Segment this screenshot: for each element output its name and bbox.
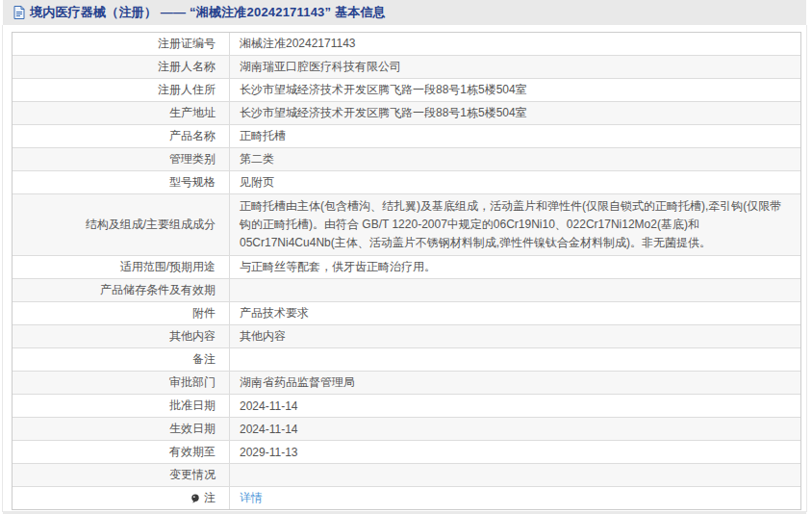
row-value: 正畸托槽由主体(包含槽沟、结扎翼)及基底组成，活动盖片和弹性件(仅限自锁式的正畸… bbox=[230, 194, 800, 255]
row-value: 第二类 bbox=[230, 148, 800, 170]
row-value: 产品技术要求 bbox=[230, 302, 800, 324]
row-label: 生效日期 bbox=[13, 418, 230, 440]
row-value: 湖南省药品监督管理局 bbox=[230, 372, 800, 394]
row-value: 长沙市望城经济技术开发区腾飞路一段88号1栋5楼504室 bbox=[230, 79, 800, 101]
row-label: 备注 bbox=[13, 348, 230, 371]
page-header: 境内医疗器械（注册） —— “湘械注准20242171143” 基本信息 bbox=[3, 0, 806, 25]
row-value: 2024-11-14 bbox=[230, 395, 800, 417]
table-row: 注册证编号 湘械注准20242171143 bbox=[13, 33, 800, 56]
row-value: 见附页 bbox=[230, 171, 800, 193]
row-value bbox=[230, 348, 800, 371]
row-value: 长沙市望城经济技术开发区腾飞路一段88号1栋5楼504室 bbox=[230, 102, 800, 124]
row-label: 注册证编号 bbox=[13, 33, 230, 55]
page-title: 境内医疗器械（注册） —— “湘械注准20242171143” 基本信息 bbox=[30, 4, 386, 21]
row-value: 其他内容 bbox=[230, 325, 800, 347]
row-label: 型号规格 bbox=[13, 171, 230, 193]
row-label: 产品名称 bbox=[13, 125, 230, 147]
row-value: 详情 bbox=[230, 487, 800, 509]
row-value: 与正畸丝等配套，供牙齿正畸治疗用。 bbox=[230, 256, 800, 278]
row-label: 变更情况 bbox=[13, 464, 230, 486]
table-row: 有效期至 2029-11-13 bbox=[13, 441, 800, 464]
table-row: 注 详情 bbox=[13, 487, 800, 509]
row-label: 注册人名称 bbox=[13, 56, 230, 78]
row-value bbox=[230, 279, 800, 301]
info-table: 注册证编号 湘械注准20242171143 注册人名称 湖南瑞亚口腔医疗科技有限… bbox=[12, 32, 801, 510]
table-row: 型号规格 见附页 bbox=[13, 171, 800, 194]
comment-icon bbox=[190, 494, 200, 503]
table-row: 附件 产品技术要求 bbox=[13, 302, 800, 325]
row-label: 生产地址 bbox=[13, 102, 230, 124]
table-row: 适用范围/预期用途 与正畸丝等配套，供牙齿正畸治疗用。 bbox=[13, 256, 800, 279]
row-label: 其他内容 bbox=[13, 325, 230, 347]
row-label-text: 注 bbox=[204, 490, 216, 506]
row-label: 附件 bbox=[13, 302, 230, 324]
page: 境内医疗器械（注册） —— “湘械注准20242171143” 基本信息 注册证… bbox=[0, 0, 812, 514]
table-row: 生效日期 2024-11-14 bbox=[13, 418, 800, 441]
details-link[interactable]: 详情 bbox=[240, 490, 263, 506]
row-label: 注 bbox=[13, 487, 230, 509]
table-row: 批准日期 2024-11-14 bbox=[13, 395, 800, 418]
row-label: 批准日期 bbox=[13, 395, 230, 417]
table-row: 其他内容 其他内容 bbox=[13, 325, 800, 348]
row-value: 湖南瑞亚口腔医疗科技有限公司 bbox=[230, 56, 800, 78]
row-value: 2029-11-13 bbox=[230, 441, 800, 463]
table-row: 结构及组成/主要组成成分 正畸托槽由主体(包含槽沟、结扎翼)及基底组成，活动盖片… bbox=[13, 194, 800, 256]
table-row: 产品名称 正畸托槽 bbox=[13, 125, 800, 148]
row-value: 正畸托槽 bbox=[230, 125, 800, 147]
row-label: 管理类别 bbox=[13, 148, 230, 170]
row-value: 2024-11-14 bbox=[230, 418, 800, 440]
row-label: 注册人住所 bbox=[13, 79, 230, 101]
table-row: 备注 bbox=[13, 348, 800, 372]
row-value bbox=[230, 464, 800, 486]
table-row: 审批部门 湖南省药品监督管理局 bbox=[13, 372, 800, 395]
row-value: 湘械注准20242171143 bbox=[230, 33, 800, 55]
table-row: 变更情况 bbox=[13, 464, 800, 487]
row-label: 产品储存条件及有效期 bbox=[13, 279, 230, 301]
row-label: 适用范围/预期用途 bbox=[13, 256, 230, 278]
table-row: 生产地址 长沙市望城经济技术开发区腾飞路一段88号1栋5楼504室 bbox=[13, 102, 800, 125]
table-row: 管理类别 第二类 bbox=[13, 148, 800, 171]
table-row: 注册人名称 湖南瑞亚口腔医疗科技有限公司 bbox=[13, 56, 800, 79]
table-row: 注册人住所 长沙市望城经济技术开发区腾飞路一段88号1栋5楼504室 bbox=[13, 79, 800, 102]
row-label: 审批部门 bbox=[13, 372, 230, 394]
row-label: 有效期至 bbox=[13, 441, 230, 463]
row-label: 结构及组成/主要组成成分 bbox=[13, 194, 230, 255]
document-icon bbox=[13, 6, 25, 19]
table-row: 产品储存条件及有效期 bbox=[13, 279, 800, 302]
